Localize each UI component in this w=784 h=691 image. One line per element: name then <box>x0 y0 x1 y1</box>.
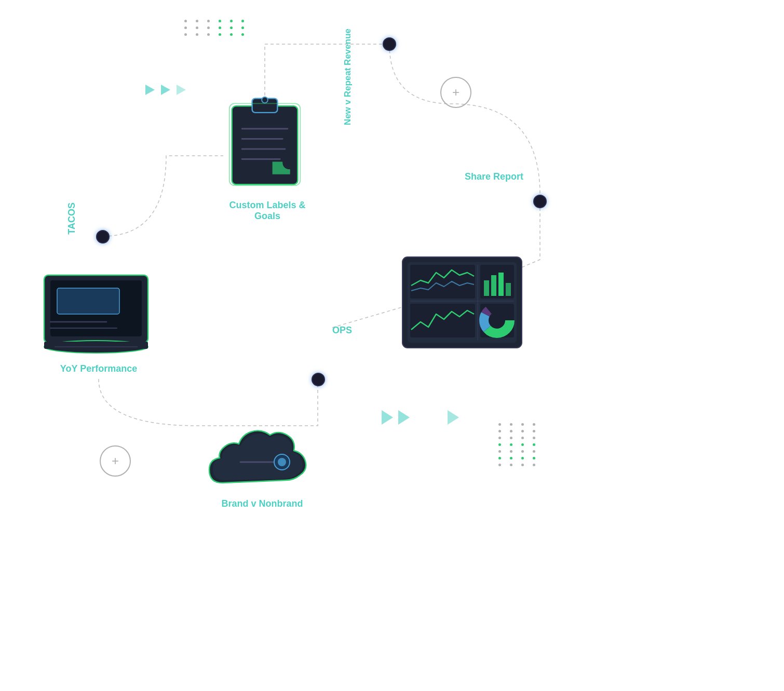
svg-rect-18 <box>410 265 475 299</box>
dot-grid-bottom-right <box>498 423 540 466</box>
plus-icon-top: + <box>452 85 459 100</box>
arrow-icon-4 <box>382 410 393 425</box>
arrow-icon-5 <box>398 410 410 425</box>
label-new-repeat-revenue: New v Repeat Revenue <box>343 29 353 125</box>
label-tacos: TACOS <box>66 202 77 235</box>
svg-rect-21 <box>491 275 496 296</box>
arrow-icon-2 <box>161 85 170 95</box>
ops-dashboard-icon[interactable] <box>400 254 524 353</box>
svg-rect-10 <box>57 288 119 314</box>
plus-icon-bottom: + <box>112 454 119 468</box>
add-circle-bottom[interactable]: + <box>100 445 131 477</box>
svg-point-33 <box>278 458 286 466</box>
yoy-performance-icon[interactable] <box>39 270 153 358</box>
laptop-svg <box>39 270 153 356</box>
add-circle-top[interactable]: + <box>440 77 471 108</box>
arrow-icon-6 <box>448 410 459 425</box>
cloud-svg <box>201 415 316 501</box>
dot-grid-top <box>184 20 249 36</box>
svg-rect-24 <box>410 304 475 337</box>
node-new-repeat[interactable] <box>383 37 396 51</box>
clipboard-svg <box>223 91 306 189</box>
dashboard-svg <box>400 254 524 350</box>
arrows-top <box>145 85 186 95</box>
svg-point-2 <box>262 97 268 103</box>
label-custom-labels: Custom Labels & Goals <box>226 200 309 222</box>
arrows-bottom-1 <box>382 410 410 425</box>
label-ops: OPS <box>332 325 352 336</box>
svg-rect-14 <box>44 342 148 349</box>
node-tacos[interactable] <box>96 230 110 243</box>
node-center-bottom[interactable] <box>312 373 325 386</box>
svg-rect-22 <box>498 273 504 296</box>
custom-labels-icon[interactable] <box>223 91 306 192</box>
node-share-report[interactable] <box>533 195 547 208</box>
brand-nonbrand-icon[interactable] <box>201 415 316 503</box>
label-yoy-performance: YoY Performance <box>42 363 156 374</box>
svg-rect-20 <box>484 280 489 296</box>
arrow-icon-3 <box>177 85 186 95</box>
label-brand-nonbrand: Brand v Nonbrand <box>205 498 319 509</box>
arrows-bottom-2 <box>448 410 459 425</box>
label-share-report: Share Report <box>465 171 523 182</box>
canvas: New v Repeat Revenue Share Report + Cust… <box>0 0 784 691</box>
arrow-icon-1 <box>145 85 155 95</box>
svg-rect-23 <box>506 283 511 296</box>
